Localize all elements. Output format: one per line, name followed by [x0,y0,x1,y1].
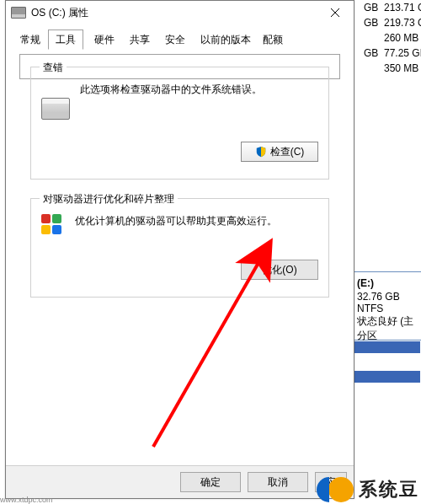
partition-label: (E:) [357,277,418,289]
shield-icon [255,146,267,158]
close-button[interactable] [317,1,354,24]
bg-col-unit: GB [364,2,384,13]
partition-strip [353,371,420,383]
close-icon [331,8,339,17]
drive-illustration-icon [41,98,70,120]
bg-col-size: 77.25 GB [384,47,421,59]
partition-status: 状态良好 (主分区 [357,314,418,343]
tab-quota[interactable]: 配额 [255,29,290,50]
bg-col-size: 219.73 GB [384,17,421,29]
partition-strip [353,341,420,353]
titlebar[interactable]: OS (C:) 属性 [6,1,354,24]
optimize-button-label: 优化(O) [262,263,296,277]
drive-properties-dialog: OS (C:) 属性 常规 工具 硬件 共享 安全 以前的版本 配额 查错 此选… [5,0,354,499]
watermark-url: www.xtdpc.com [0,496,53,504]
drive-icon [11,7,26,19]
tab-sharing[interactable]: 共享 [122,29,157,50]
tab-general[interactable]: 常规 [13,29,48,50]
error-check-desc: 此选项将检查驱动器中的文件系统错误。 [80,83,262,97]
tab-security[interactable]: 安全 [157,29,193,50]
bg-col-size: 213.71 GB [384,2,421,13]
bg-col-unit: GB [364,47,384,59]
dialog-title: OS (C:) 属性 [31,6,317,20]
optimize-group: 对驱动器进行优化和碎片整理 优化计算机的驱动器可以帮助其更高效运行。 优化(O) [30,198,329,298]
tab-hardware[interactable]: 硬件 [87,29,122,50]
partition-size: 32.76 GB NTFS [357,291,418,314]
tab-panel-tools: 查错 此选项将检查驱动器中的文件系统错误。 检查(C) 对驱 [19,54,340,79]
bg-col-size: 260 MB [384,32,418,44]
bg-col-size: 350 MB [384,62,418,74]
watermark-text: 系统豆 [359,477,419,502]
tab-tools[interactable]: 工具 [48,29,83,50]
check-button[interactable]: 检查(C) [241,142,318,162]
optimize-legend: 对驱动器进行优化和碎片整理 [40,192,178,206]
optimize-desc: 优化计算机的驱动器可以帮助其更高效运行。 [75,214,277,228]
bg-col-unit: GB [364,17,384,29]
optimize-button[interactable]: 优化(O) [241,260,318,280]
dialog-button-row: 确定 取消 应 [6,465,354,498]
optimize-icon [41,214,65,238]
tab-strip: 常规 工具 硬件 共享 安全 以前的版本 配额 查错 此选项将检查驱动器中的文件… [13,29,347,50]
error-check-group: 查错 此选项将检查驱动器中的文件系统错误。 检查(C) [30,67,329,180]
ok-button[interactable]: 确定 [180,472,241,492]
watermark: 系统豆 [328,477,419,502]
error-check-legend: 查错 [40,61,67,75]
cancel-label: 取消 [268,475,288,490]
disk-partition-panel[interactable]: (E:) 32.76 GB NTFS 状态良好 (主分区 [353,271,421,340]
watermark-logo-icon [328,477,354,502]
tab-previous[interactable]: 以前的版本 [193,29,258,50]
cancel-button[interactable]: 取消 [248,472,308,492]
check-button-label: 检查(C) [270,145,305,159]
ok-label: 确定 [200,475,221,490]
